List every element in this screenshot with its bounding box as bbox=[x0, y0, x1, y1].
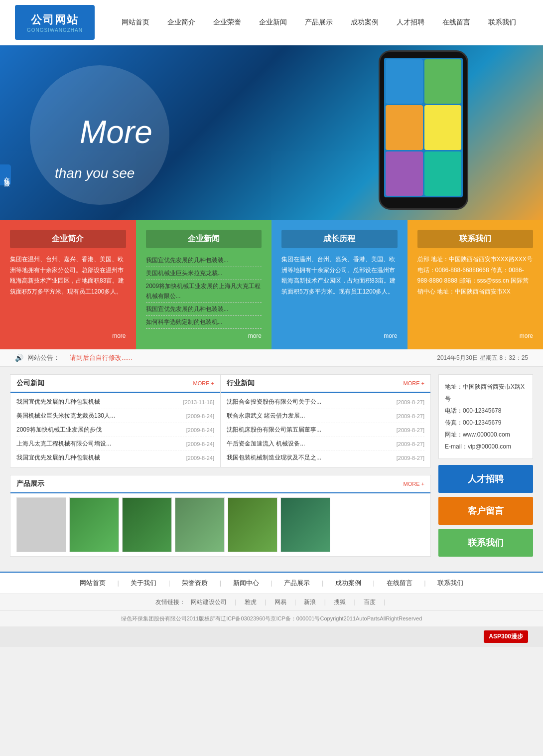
industry-news-item: 午后资金加速流入 机械设备... [2009-8-27] bbox=[227, 437, 424, 451]
company-news-item: 美国机械业巨头米拉克龙裁员130人... [2009-8-24] bbox=[16, 409, 214, 423]
industry-news-text-0[interactable]: 沈阳合金投资股份有限公司关于公... bbox=[227, 398, 321, 406]
btn-recruit[interactable]: 人才招聘 bbox=[438, 465, 533, 493]
main-left: 公司新闻 MORE + 我国宜优先发展的几种包装机械 [2013-11-16] … bbox=[10, 374, 431, 564]
company-news-text-3[interactable]: 上海凡太克工程机械有限公司增设... bbox=[16, 440, 111, 448]
card-history-header: 成长历程 bbox=[281, 230, 398, 248]
banner-than-text: than you see bbox=[55, 165, 152, 181]
footer-nav: 网站首页 | 关于我们 | 荣誉资质 | 新闻中心 | 产品展示 | 成功案例 … bbox=[0, 572, 543, 594]
industry-news-date-0: [2009-8-27] bbox=[397, 399, 424, 405]
product-img-1 bbox=[70, 498, 119, 552]
banner-more-text: More bbox=[80, 114, 152, 151]
product-img-2 bbox=[123, 498, 171, 552]
asp300-logo[interactable]: ASP300漫步 bbox=[484, 630, 528, 643]
logo[interactable]: 公司网站 GONGSIWANGZHAN bbox=[15, 5, 95, 40]
company-news-date-2: [2009-8-24] bbox=[186, 427, 214, 433]
industry-news-date-2: [2009-8-27] bbox=[397, 427, 424, 433]
footer-copyright: 绿色环保集团股份有限公司2011版权所有辽ICP备03023960号京ICP备：… bbox=[0, 610, 543, 626]
link-baidu[interactable]: 百度 bbox=[364, 599, 376, 605]
industry-news-text-3[interactable]: 午后资金加速流入 机械设备... bbox=[227, 440, 305, 448]
nav-contact[interactable]: 联系我们 bbox=[479, 14, 525, 31]
product-img-4 bbox=[228, 498, 277, 552]
phone-app-2 bbox=[424, 59, 462, 104]
industry-news-date-4: [2009-8-27] bbox=[397, 455, 424, 461]
link-jszgs[interactable]: 网站建设公司 bbox=[191, 599, 227, 605]
copyright-text: 绿色环保集团股份有限公司2011版权所有辽ICP备03023960号京ICP备：… bbox=[121, 615, 422, 621]
company-news-list: 我国宜优先发展的几种包装机械 [2013-11-16] 美国机械业巨头米拉克龙裁… bbox=[10, 393, 220, 467]
nav-about[interactable]: 企业简介 bbox=[158, 14, 204, 31]
industry-news-list: 沈阳合金投资股份有限公司关于公... [2009-8-27] 联合永康武义 绪云… bbox=[221, 393, 430, 467]
company-news-text-2[interactable]: 2009将加快机械工业发展的步伐 bbox=[16, 426, 102, 434]
product-item-3[interactable] bbox=[175, 497, 225, 552]
nav-home[interactable]: 网站首页 bbox=[113, 14, 158, 31]
product-item-5[interactable] bbox=[280, 497, 330, 552]
company-news-item: 我国宜优先发展的几种包装机械 [2013-11-16] bbox=[16, 395, 214, 409]
industry-news-date-3: [2009-8-27] bbox=[397, 441, 424, 447]
link-sina[interactable]: 新浪 bbox=[304, 599, 316, 605]
product-item-4[interactable] bbox=[228, 497, 277, 552]
product-img-0 bbox=[17, 498, 66, 552]
footer-nav-about[interactable]: 关于我们 bbox=[131, 579, 156, 587]
industry-news-item: 联合永康武义 绪云借力发展... [2009-8-27] bbox=[227, 409, 424, 423]
company-news-text-0[interactable]: 我国宜优先发展的几种包装机械 bbox=[16, 398, 100, 406]
card-news-item-1[interactable]: 美国机械业巨头米拉克龙裁... bbox=[146, 267, 262, 280]
card-history: 成长历程 集团在温州、台州、嘉兴、香港、美国、欧洲等地拥有十余家分公司。总部设在… bbox=[272, 220, 407, 349]
industry-news-more[interactable]: MORE + bbox=[404, 380, 424, 386]
product-item-2[interactable] bbox=[122, 497, 172, 552]
card-news-more[interactable]: more bbox=[248, 332, 262, 339]
btn-contact[interactable]: 联系我们 bbox=[438, 529, 533, 557]
company-news-text-4[interactable]: 我国宜优先发展的几种包装机械 bbox=[16, 454, 100, 462]
footer-nav-contact[interactable]: 联系我们 bbox=[437, 579, 463, 587]
banner-phone-image bbox=[344, 50, 503, 220]
announce-left: 🔊 网站公告： bbox=[15, 353, 60, 362]
company-news-text-1[interactable]: 美国机械业巨头米拉克龙裁员130人... bbox=[16, 412, 115, 420]
nav-message[interactable]: 在线留言 bbox=[433, 14, 479, 31]
products-title: 产品展示 bbox=[16, 479, 44, 488]
card-news-item-4[interactable]: 如何科学选购定制的包装机... bbox=[146, 316, 262, 329]
nav-news[interactable]: 企业新闻 bbox=[250, 14, 296, 31]
card-contact-more[interactable]: more bbox=[520, 332, 533, 339]
card-news: 企业新闻 我国宜优先发展的几种包装装... 美国机械业巨头米拉克龙裁... 20… bbox=[136, 220, 272, 349]
announce-label: 网站公告： bbox=[27, 353, 60, 362]
industry-news-header: 行业新闻 MORE + bbox=[221, 375, 430, 393]
company-news-header: 公司新闻 MORE + bbox=[10, 375, 220, 393]
nav-cases[interactable]: 成功案例 bbox=[342, 14, 388, 31]
industry-news-date-1: [2009-8-27] bbox=[397, 413, 424, 419]
nav-products[interactable]: 产品展示 bbox=[296, 14, 342, 31]
link-yahoo[interactable]: 雅虎 bbox=[245, 599, 257, 605]
product-item-1[interactable] bbox=[69, 497, 119, 552]
footer-nav-honor[interactable]: 荣誉资质 bbox=[182, 579, 208, 587]
phone-app-5 bbox=[386, 151, 423, 196]
footer-nav-news[interactable]: 新闻中心 bbox=[233, 579, 259, 587]
footer-nav-message[interactable]: 在线留言 bbox=[387, 579, 412, 587]
industry-news-text-2[interactable]: 沈阳机床股份有限公司第五届董事... bbox=[227, 426, 321, 434]
nav-recruit[interactable]: 人才招聘 bbox=[388, 14, 433, 31]
card-company-header: 企业简介 bbox=[10, 230, 126, 248]
side-service-btn[interactable]: 在线客服 bbox=[0, 164, 11, 185]
card-company-more[interactable]: more bbox=[112, 332, 126, 339]
link-163[interactable]: 网易 bbox=[274, 599, 286, 605]
industry-news-text-4[interactable]: 我国包装机械制造业现状及不足之... bbox=[227, 454, 321, 462]
main-nav: 网站首页 企业简介 企业荣誉 企业新闻 产品展示 成功案例 人才招聘 在线留言 … bbox=[110, 14, 528, 31]
company-news-item: 2009将加快机械工业发展的步伐 [2009-8-24] bbox=[16, 423, 214, 437]
card-contact-header: 联系我们 bbox=[417, 230, 534, 248]
footer-nav-products[interactable]: 产品展示 bbox=[284, 579, 310, 587]
card-history-more[interactable]: more bbox=[384, 332, 397, 339]
link-sogou[interactable]: 搜狐 bbox=[334, 599, 346, 605]
footer-nav-cases[interactable]: 成功案例 bbox=[335, 579, 361, 587]
company-news-more[interactable]: MORE + bbox=[193, 380, 214, 386]
card-news-item-3[interactable]: 我国宜优先发展的几种包装装... bbox=[146, 303, 262, 316]
footer-nav-home[interactable]: 网站首页 bbox=[80, 579, 106, 587]
card-news-item-2[interactable]: 2009将加快机械工业发展的上海凡大克工程机械有限公... bbox=[146, 280, 262, 302]
nav-honor[interactable]: 企业荣誉 bbox=[204, 14, 250, 31]
company-news-date-4: [2009-8-24] bbox=[186, 455, 214, 461]
header: 公司网站 GONGSIWANGZHAN 网站首页 企业简介 企业荣誉 企业新闻 … bbox=[0, 0, 543, 45]
btn-msg[interactable]: 客户留言 bbox=[438, 497, 533, 525]
phone-app-3 bbox=[386, 105, 423, 150]
card-news-item-0[interactable]: 我国宜优先发展的几种包装装... bbox=[146, 254, 262, 267]
company-news-title: 公司新闻 bbox=[16, 379, 44, 388]
products-more[interactable]: MORE + bbox=[404, 481, 424, 487]
industry-news-text-1[interactable]: 联合永康武义 绪云借力发展... bbox=[227, 412, 305, 420]
product-img-3 bbox=[175, 498, 224, 552]
company-news-col: 公司新闻 MORE + 我国宜优先发展的几种包装机械 [2013-11-16] … bbox=[10, 375, 221, 467]
product-item-0[interactable] bbox=[16, 497, 66, 552]
